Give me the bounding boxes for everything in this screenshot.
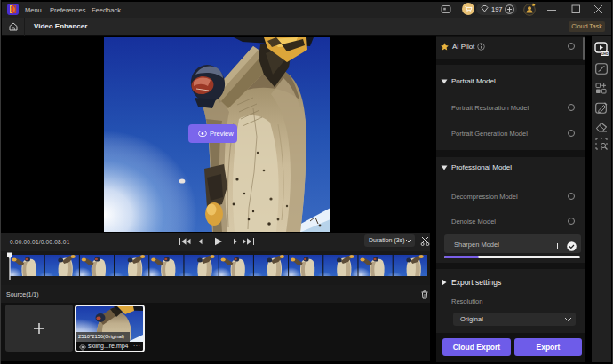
svg-text:UHD: UHD — [601, 52, 609, 56]
